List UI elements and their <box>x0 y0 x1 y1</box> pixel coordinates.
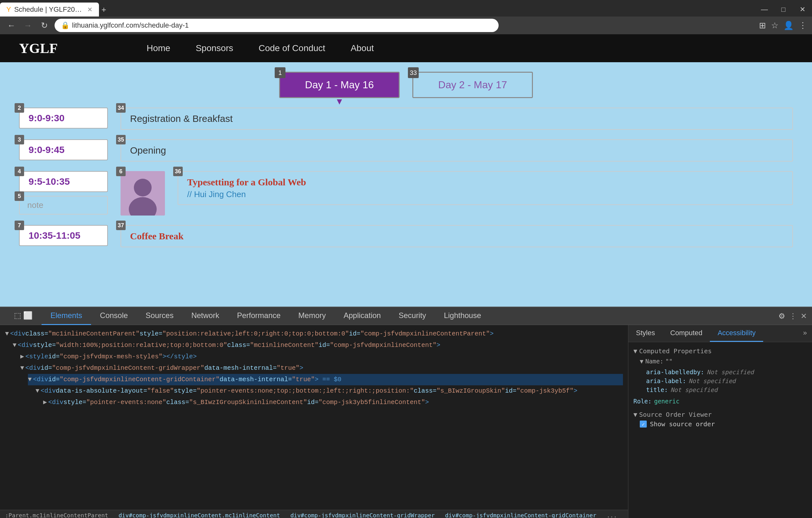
note-badge: 5 <box>14 191 24 201</box>
day1-tab[interactable]: Day 1 - May 16 <box>279 72 400 98</box>
name-value: "" <box>665 358 673 365</box>
url-display: lithuania.yglfconf.com/schedule-day-1 <box>72 21 189 29</box>
expand-icon-4[interactable]: ▼ <box>20 363 24 373</box>
html-line-1: ▼ <div class="mc1inlineContentParent" st… <box>5 328 623 339</box>
schedule-row-3: 4 9:5-10:35 5 note 6 <box>0 171 812 216</box>
devtools-more-icon[interactable]: ⋮ <box>789 312 797 321</box>
html-line-6: ▼ <div data-is-absolute-layout="false" s… <box>35 385 623 397</box>
right-tab-accessibility[interactable]: Accessibility <box>710 325 763 342</box>
active-tab[interactable]: Y Schedule | YGLF2020 Lithuania ✕ <box>0 3 99 17</box>
devtools-tab-application[interactable]: Application <box>335 307 389 325</box>
source-order-title: ▼ Source Order Viewer <box>633 411 807 418</box>
devtools-html-panel: ▼ <div class="mc1inlineContentParent" st… <box>0 325 628 518</box>
expand-icon-7[interactable]: ▶ <box>43 398 47 408</box>
title-row: title: Not specified <box>646 385 807 394</box>
bc-item-5: ... <box>607 512 617 518</box>
time-badge-4: 7 <box>14 221 24 230</box>
address-bar[interactable]: 🔒 lithuania.yglfconf.com/schedule-day-1 <box>55 19 499 32</box>
time-note-col: 4 9:5-10:35 5 note <box>19 171 108 215</box>
site-navigation: YGLF Home Sponsors Code of Conduct About <box>0 34 812 62</box>
expand-icon-2[interactable]: ▼ <box>13 340 17 350</box>
html-line-2: ▼ <div style="width:100%;position:relati… <box>13 339 623 351</box>
event-speaker-3: // Hui Jing Chen <box>187 190 783 199</box>
forward-button[interactable]: → <box>22 21 34 30</box>
nav-code-of-conduct[interactable]: Code of Conduct <box>259 43 325 53</box>
day1-tab-wrapper: 1 Day 1 - May 16 <box>279 72 400 98</box>
aria-labelledby-value: Not specified <box>707 369 754 376</box>
devtools-tab-lighthouse[interactable]: Lighthouse <box>435 307 490 325</box>
role-row: Role: generic <box>633 397 807 406</box>
speaker-photo-wrapper: 6 <box>120 171 165 216</box>
devtools-tab-sources[interactable]: Sources <box>137 307 182 325</box>
time-box-3-wrapper: 4 9:5-10:35 <box>19 171 108 192</box>
right-tab-styles[interactable]: Styles <box>628 325 663 342</box>
right-panel-more[interactable]: » <box>798 325 812 342</box>
devtools-tab-elements[interactable]: Elements <box>41 307 91 325</box>
event-box-3: Typesetting for a Global Web // Hui Jing… <box>178 171 793 205</box>
bc-item-1[interactable]: :Parent.mc1inlineContentParent <box>5 512 108 518</box>
devtools-tab-performance[interactable]: Performance <box>228 307 289 325</box>
devtools-right-panel: Styles Computed Accessibility » ▼ Comput… <box>628 325 812 518</box>
name-row: ▼ Name: "" <box>640 357 807 367</box>
html-line-7: ▶ <div style="pointer-events:none" class… <box>43 397 623 408</box>
menu-icon[interactable]: ⋮ <box>799 21 807 30</box>
profile-icon[interactable]: 👤 <box>783 21 793 30</box>
expand-icon-5[interactable]: ▼ <box>28 375 32 385</box>
time-box-2: 9:0-9:45 <box>19 139 108 160</box>
aria-labelledby-label: aria-labelledby: <box>646 369 704 376</box>
cursor-icon: ⬚ <box>14 311 21 320</box>
speaker-photo <box>120 171 165 216</box>
time-box-1-wrapper: 2 9:0-9:30 <box>19 108 108 129</box>
bookmark-icon[interactable]: ☆ <box>771 21 778 30</box>
event-box-1: Registration & Breakfast <box>120 108 793 130</box>
day-tabs-container: 1 Day 1 - May 16 33 Day 2 - May 17 <box>0 72 812 98</box>
nav-sponsors[interactable]: Sponsors <box>196 43 233 53</box>
back-button[interactable]: ← <box>5 21 18 30</box>
devtools-close-icon[interactable]: ✕ <box>801 312 807 321</box>
name-title: Name: <box>645 358 663 365</box>
show-source-order-row[interactable]: ✓ Show source order <box>640 420 807 428</box>
refresh-button[interactable]: ↻ <box>38 21 51 30</box>
tab-favicon: Y <box>6 5 11 13</box>
event-box-4: Coffee Break <box>120 225 793 247</box>
devtools-tab-console[interactable]: Console <box>91 307 137 325</box>
devtools-tab-security[interactable]: Security <box>390 307 435 325</box>
right-tab-computed[interactable]: Computed <box>663 325 710 342</box>
bc-item-3[interactable]: div#comp-jsfvdmpxinlineContent-gridWrapp… <box>290 512 435 518</box>
expand-icon-1[interactable]: ▼ <box>5 329 9 339</box>
devtools-tab-cursor[interactable]: ⬚ ⬜ <box>5 307 41 325</box>
event-box-3-wrapper: 36 Typesetting for a Global Web // Hui J… <box>178 171 793 205</box>
minimize-button[interactable]: — <box>755 1 774 18</box>
expand-icon-6[interactable]: ▼ <box>35 386 39 396</box>
time-badge-2: 3 <box>14 135 24 144</box>
nav-about[interactable]: About <box>350 43 374 53</box>
source-order-viewer-section: ▼ Source Order Viewer ✓ Show source orde… <box>633 411 807 428</box>
devtools-settings-icon[interactable]: ⚙ <box>778 312 785 321</box>
inspector-icon: ⬜ <box>23 311 33 320</box>
show-source-order-checkbox[interactable]: ✓ <box>640 420 647 428</box>
day2-badge: 33 <box>408 67 419 78</box>
toolbar-icons: ⊞ ☆ 👤 ⋮ <box>759 21 807 30</box>
nav-home[interactable]: Home <box>147 43 170 53</box>
tab-close-button[interactable]: ✕ <box>87 6 93 13</box>
breadcrumb-bar: :Parent.mc1inlineContentParent div#comp-… <box>0 510 628 518</box>
event-badge-4: 37 <box>116 221 125 230</box>
new-tab-button[interactable]: + <box>102 5 106 15</box>
nav-links: Home Sponsors Code of Conduct About <box>147 43 374 53</box>
photo-badge: 6 <box>116 167 125 176</box>
event-title-3: Typesetting for a Global Web <box>187 177 783 188</box>
close-button[interactable]: ✕ <box>793 1 812 18</box>
bc-item-2[interactable]: div#comp-jsfvdmpxinlineContent.mc1inline… <box>119 512 280 518</box>
devtools-tab-network[interactable]: Network <box>182 307 228 325</box>
event-badge-1: 34 <box>116 103 125 113</box>
event-badge-2: 35 <box>116 135 125 144</box>
maximize-button[interactable]: □ <box>774 1 793 18</box>
expand-icon-3[interactable]: ▶ <box>20 352 24 362</box>
devtools-tab-memory[interactable]: Memory <box>290 307 335 325</box>
aria-label-value: Not specified <box>689 377 736 384</box>
day2-tab[interactable]: Day 2 - May 17 <box>412 72 533 98</box>
html-line-5[interactable]: ▼ <div id="comp-jsfvdmpxinlineContent-gr… <box>28 374 623 385</box>
devtools-body: ▼ <div class="mc1inlineContentParent" st… <box>0 325 812 518</box>
bc-item-4[interactable]: div#comp-jsfvdmpxinlineContent-gridConta… <box>445 512 596 518</box>
translate-icon[interactable]: ⊞ <box>759 21 766 30</box>
